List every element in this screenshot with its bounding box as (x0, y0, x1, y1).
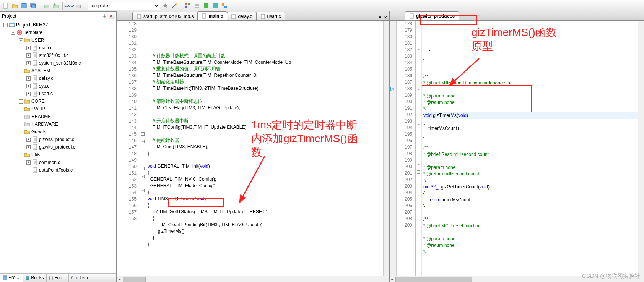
code-line[interactable]: */ (423, 249, 638, 255)
code-line[interactable]: } (148, 235, 383, 241)
tree-node[interactable]: −Gizwits (0, 128, 116, 136)
right-hscrollbar[interactable]: ◄ (390, 276, 644, 282)
code-line[interactable]: TIM_TimeBaseInit(TIM3, &TIM_TimeBaseStru… (148, 85, 383, 92)
code-line[interactable]: // 重复计数器的值，没用到不用管 (148, 66, 383, 72)
build-icon[interactable] (42, 2, 51, 10)
tree-node[interactable]: HARDWARE (0, 120, 116, 128)
code-line[interactable]: * @return none (423, 242, 638, 249)
manage-icon[interactable] (184, 2, 192, 10)
cyan-icon[interactable] (211, 2, 220, 10)
code-line[interactable]: * @brief Read millisecond count (423, 151, 638, 158)
editor-tab[interactable]: usart.c (256, 12, 285, 20)
tree-node[interactable]: +system_stm32f10x.c (0, 59, 116, 67)
code-line[interactable]: * @param none (423, 236, 638, 242)
code-line[interactable]: if ( TIM_GetITStatus( TIM3, TIM_IT_Updat… (148, 209, 383, 215)
code-line[interactable]: } (148, 189, 383, 196)
target-select[interactable]: Template (88, 2, 160, 10)
code-line[interactable]: } (148, 150, 383, 157)
tree-node[interactable]: dataPointTools.c (0, 166, 116, 174)
expand-toggle-plus-icon[interactable]: + (26, 61, 31, 65)
code-line[interactable]: // 初始化定时器 (148, 79, 383, 85)
code-line[interactable] (148, 157, 383, 163)
fold-toggle-icon[interactable]: − (417, 198, 420, 201)
code-line[interactable]: { (148, 215, 383, 222)
expand-toggle-plus-icon[interactable]: + (26, 76, 31, 81)
editor-tab[interactable]: gizwits_product.c (405, 11, 459, 20)
code-line[interactable]: * @param none (423, 164, 638, 171)
code-line[interactable]: /** (423, 73, 638, 80)
expand-toggle-minus-icon[interactable]: − (19, 38, 23, 42)
open-icon[interactable] (11, 2, 19, 10)
save-all-icon[interactable] (29, 2, 37, 10)
right-code-area[interactable]: ▷ 17817918018118218318418518618718818919… (390, 21, 644, 276)
code-line[interactable] (148, 248, 383, 254)
fold-toggle-icon[interactable]: − (417, 96, 420, 99)
tree-node[interactable]: +delay.c (0, 75, 116, 82)
code-line[interactable]: /** (423, 216, 638, 223)
fold-toggle-icon[interactable]: − (417, 48, 420, 51)
left-code-area[interactable]: 1281291301311321331341351361371381391401… (117, 21, 389, 276)
code-line[interactable]: * @return millisecond count (423, 171, 638, 177)
code-line[interactable]: } (423, 47, 638, 54)
expand-toggle-plus-icon[interactable]: + (26, 160, 31, 165)
pane-tab-functions[interactable]: { }Fun... (47, 274, 69, 282)
code-line[interactable]: TIM_ClearFlag(TIM3, TIM_FLAG_Update); (148, 105, 383, 111)
tree-node[interactable]: −Utils (0, 151, 116, 159)
left-hscrollbar[interactable]: ◄ (117, 276, 389, 282)
expand-toggle-minus-icon[interactable]: − (11, 31, 15, 35)
right-vscrollbar[interactable] (638, 21, 644, 276)
tree-node[interactable]: +gizwits_protocol.c (0, 143, 116, 151)
fold-toggle-icon[interactable]: − (141, 132, 145, 136)
code-line[interactable] (423, 86, 638, 93)
code-line[interactable]: void gizTimerMs(void) (423, 112, 638, 119)
code-line[interactable]: { (423, 119, 638, 125)
code-line[interactable]: * @brief Millisecond timing maintenance … (423, 80, 638, 86)
pin-icon[interactable] (101, 13, 108, 19)
expand-toggle-plus-icon[interactable]: + (26, 46, 31, 50)
tree-node[interactable]: +FWLIB (0, 105, 116, 113)
code-line[interactable]: TIM_TimeBaseStructure.TIM_RepetitionCoun… (148, 72, 383, 79)
editor-tab[interactable]: main.c (197, 11, 227, 20)
code-line[interactable] (148, 131, 383, 137)
code-line[interactable]: GENERAL_TIM_Mode_Config(); (148, 183, 383, 189)
code-line[interactable]: uint32_t gizGetTimerCount(void) (423, 184, 638, 190)
options-icon[interactable] (161, 2, 169, 10)
code-line[interactable] (423, 67, 638, 73)
fold-toggle-icon[interactable]: − (417, 88, 420, 91)
code-line[interactable]: // 使能计数器 (148, 137, 383, 144)
code-line[interactable]: */ (423, 177, 638, 184)
code-line[interactable]: } (423, 132, 638, 138)
project-tree[interactable]: −Project: BKM32−Template−USER+main.c+stm… (0, 20, 116, 273)
code-line[interactable]: void TIM3_IRQHandler(void) (148, 196, 383, 202)
expand-toggle-plus-icon[interactable]: + (19, 99, 23, 104)
editor-tab[interactable]: startup_stm32f10x_md.s (132, 12, 198, 20)
expand-toggle-plus-icon[interactable]: + (26, 92, 31, 96)
code-line[interactable] (423, 210, 638, 216)
stack-icon[interactable] (193, 2, 201, 10)
tree-node[interactable]: +sys.c (0, 82, 116, 90)
expand-toggle-minus-icon[interactable]: − (19, 153, 23, 157)
code-line[interactable] (148, 92, 383, 98)
code-line[interactable]: * @brief MCU reset function (423, 223, 638, 229)
load-icon[interactable]: LOAD (65, 2, 73, 10)
tree-node[interactable]: +stm32f10x_it.c (0, 52, 116, 59)
code-line[interactable]: TIM_ClearITPendingBit(TIM3 , TIM_FLAG_Up… (148, 222, 383, 228)
code-line[interactable]: } (423, 203, 638, 210)
download-icon[interactable] (74, 2, 83, 10)
code-line[interactable]: void GENERAL_TIM_Init(void) (148, 163, 383, 170)
code-line[interactable]: TIM_ITConfig(TIM3,TIM_IT_Update,ENABLE); (148, 124, 383, 131)
code-line[interactable]: GENERAL_TIM_NVIC_Config(); (148, 176, 383, 183)
code-line[interactable] (148, 111, 383, 118)
code-line[interactable]: /** (423, 145, 638, 151)
pane-tab-project[interactable]: Proj... (0, 274, 23, 282)
tree-node[interactable]: +main.c (0, 44, 116, 52)
code-line[interactable]: // 清除计数器中断标志位 (148, 98, 383, 105)
tree-node[interactable]: −Project: BKM32 (0, 21, 116, 29)
tree-node[interactable]: +common.c (0, 159, 116, 166)
code-line[interactable] (423, 229, 638, 236)
code-line[interactable]: } (148, 241, 383, 248)
fold-toggle-icon[interactable]: − (417, 163, 420, 166)
expand-toggle-plus-icon[interactable]: + (26, 53, 31, 58)
pane-tab-templates[interactable]: 0→Tem... (69, 274, 94, 282)
tab-dropdown-icon[interactable]: ▼ (378, 15, 382, 19)
